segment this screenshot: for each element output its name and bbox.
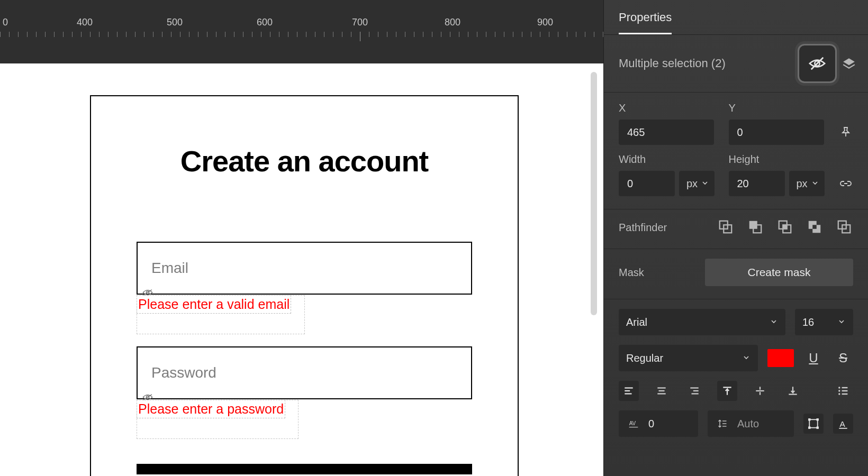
- text-align-right-icon[interactable]: [684, 381, 704, 401]
- email-input[interactable]: Email: [137, 242, 472, 295]
- password-placeholder: Password: [151, 364, 216, 381]
- font-weight-select[interactable]: Regular: [619, 345, 758, 371]
- chevron-down-icon: [812, 180, 819, 187]
- svg-point-35: [838, 393, 840, 395]
- pathfinder-intersect-icon[interactable]: [777, 219, 794, 236]
- svg-rect-45: [817, 427, 819, 429]
- pathfinder-exclude-icon[interactable]: [807, 219, 824, 236]
- y-input[interactable]: 0: [729, 120, 824, 145]
- svg-rect-42: [808, 418, 810, 420]
- width-unit-select[interactable]: px: [679, 171, 715, 196]
- chevron-down-icon: [771, 318, 778, 326]
- x-input[interactable]: 465: [619, 120, 714, 145]
- svg-marker-6: [843, 58, 855, 65]
- tab-properties[interactable]: Properties: [619, 0, 672, 34]
- signup-frame[interactable]: Create an account Email Please enter a v…: [90, 95, 519, 476]
- list-icon[interactable]: [833, 381, 853, 401]
- email-placeholder: Email: [151, 260, 188, 277]
- width-input[interactable]: 0: [619, 171, 675, 196]
- svg-point-33: [838, 390, 840, 391]
- pathfinder-union-icon[interactable]: [718, 219, 735, 236]
- svg-text:AV: AV: [629, 420, 636, 426]
- chevron-down-icon: [702, 180, 709, 187]
- mask-label: Mask: [619, 267, 644, 279]
- ruler-label: 700: [352, 17, 368, 28]
- text-color-swatch[interactable]: [767, 349, 794, 367]
- ruler-label: 500: [167, 17, 183, 28]
- svg-point-31: [838, 387, 840, 388]
- panel-tabs: Properties: [604, 0, 868, 35]
- vertical-align-middle-icon[interactable]: [750, 381, 770, 401]
- position-section: X 465 Y 0 Width 0 px: [604, 93, 868, 209]
- y-label: Y: [729, 102, 829, 114]
- ruler-label: 600: [257, 17, 273, 28]
- ruler: 0 400 500 600 700 800 900: [0, 0, 603, 63]
- line-height-input[interactable]: Auto: [708, 410, 794, 437]
- app-root: 0 400 500 600 700 800 900 Create an acco…: [0, 0, 868, 476]
- pin-icon[interactable]: [838, 125, 853, 140]
- x-label: X: [619, 102, 719, 114]
- ruler-label: 400: [77, 17, 93, 28]
- scrollbar[interactable]: [591, 72, 597, 315]
- height-unit-select[interactable]: px: [789, 171, 825, 196]
- height-input[interactable]: 20: [729, 171, 785, 196]
- svg-rect-13: [783, 225, 787, 229]
- svg-line-3: [143, 395, 152, 400]
- vertical-align-top-icon[interactable]: [717, 381, 737, 401]
- svg-rect-43: [817, 418, 819, 420]
- toggle-visibility-button[interactable]: [799, 45, 835, 81]
- svg-rect-16: [812, 225, 817, 229]
- pathfinder-label: Pathfinder: [619, 222, 667, 234]
- pathfinder-section: Pathfinder: [604, 209, 868, 249]
- width-label: Width: [619, 153, 719, 166]
- svg-line-5: [811, 58, 824, 70]
- email-error-text[interactable]: Please enter a valid email: [137, 295, 291, 314]
- text-align-left-icon[interactable]: [619, 381, 639, 401]
- hidden-eye-icon: [142, 393, 153, 401]
- password-error-text[interactable]: Please enter a password: [137, 400, 285, 418]
- letter-spacing-icon: AV: [626, 416, 641, 431]
- canvas-area[interactable]: 0 400 500 600 700 800 900 Create an acco…: [0, 0, 603, 476]
- text-align-center-icon[interactable]: [652, 381, 672, 401]
- artboard[interactable]: Create an account Email Please enter a v…: [0, 63, 603, 476]
- ruler-label: 800: [445, 17, 460, 28]
- typography-section: Arial 16 Regular U S: [604, 299, 868, 450]
- text-case-icon[interactable]: A: [833, 414, 853, 434]
- hidden-eye-icon: [142, 289, 153, 296]
- underline-button[interactable]: U: [803, 348, 824, 368]
- ruler-label: 900: [537, 17, 553, 28]
- line-height-icon: [715, 416, 730, 431]
- submit-button[interactable]: [137, 464, 472, 474]
- vertical-align-bottom-icon[interactable]: [783, 381, 803, 401]
- svg-rect-41: [809, 419, 817, 427]
- svg-text:A: A: [839, 419, 845, 428]
- layers-icon[interactable]: [842, 56, 856, 71]
- properties-panel: Properties Multiple selection (2) X 465: [603, 0, 868, 476]
- chevron-down-icon: [838, 318, 846, 326]
- mask-section: Mask Create mask: [604, 249, 868, 299]
- font-family-select[interactable]: Arial: [619, 309, 785, 335]
- create-mask-button[interactable]: Create mask: [705, 259, 853, 286]
- strikethrough-button[interactable]: S: [833, 348, 853, 368]
- password-input[interactable]: Password: [137, 346, 472, 399]
- selection-label: Multiple selection (2): [619, 57, 726, 70]
- letter-spacing-input[interactable]: AV 0: [619, 410, 698, 437]
- text-bounds-icon[interactable]: [803, 414, 824, 434]
- link-dimensions-icon[interactable]: [838, 176, 853, 191]
- svg-rect-44: [808, 427, 810, 429]
- selection-row: Multiple selection (2): [604, 35, 868, 93]
- svg-line-1: [143, 290, 152, 296]
- font-size-select[interactable]: 16: [795, 309, 853, 335]
- chevron-down-icon: [743, 354, 751, 362]
- height-label: Height: [729, 153, 829, 166]
- pathfinder-divide-icon[interactable]: [836, 219, 853, 236]
- ruler-label: 0: [3, 17, 8, 28]
- pathfinder-subtract-icon[interactable]: [747, 219, 764, 236]
- frame-title: Create an account: [137, 144, 472, 178]
